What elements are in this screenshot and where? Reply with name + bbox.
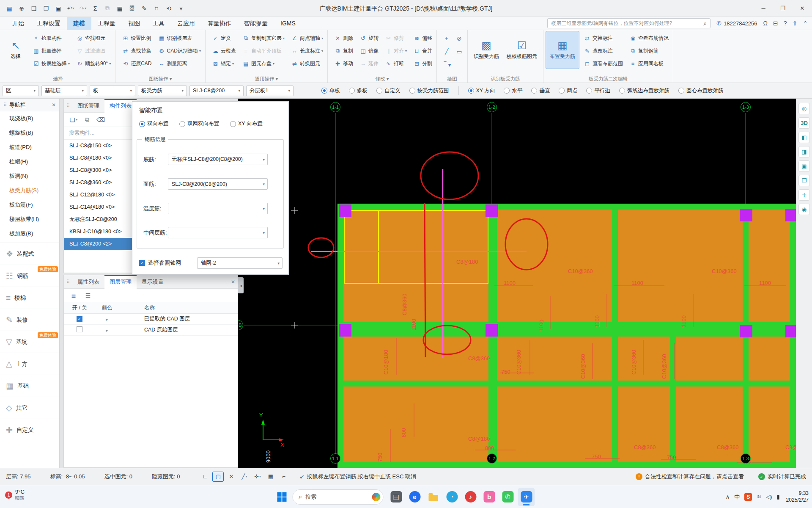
browser-icon[interactable]: ◔ bbox=[444, 488, 461, 506]
legality-warning[interactable]: !合法性检查和计算存在问题，请点击查看 bbox=[636, 473, 744, 480]
app-logo-icon[interactable]: ▦ bbox=[4, 3, 14, 14]
sidebar-item-坡道(PD)[interactable]: 坡道(PD) bbox=[0, 140, 59, 155]
radio-多板[interactable]: 多板 bbox=[349, 87, 368, 94]
grid-snap-tool-icon[interactable]: ▦ bbox=[265, 472, 276, 482]
sync-icon[interactable]: ⟲ bbox=[164, 3, 174, 14]
field-select-底筋:[interactable]: 无标注SLJ-C8@200(C8@200) bbox=[168, 154, 268, 165]
ribbon-item-对齐[interactable]: ∥对齐▾ bbox=[383, 45, 409, 57]
help-search-box[interactable]: 楼层三维显示图元/轴网有错位，位置不对应如何处理? ⌕ bbox=[547, 18, 710, 28]
sidebar-module-装配式[interactable]: ❖装配式 bbox=[0, 243, 59, 265]
visibility-eye-icon[interactable]: ◉ bbox=[798, 204, 810, 215]
radio-按受力筋范围[interactable]: 按受力筋范围 bbox=[409, 87, 449, 94]
search-icon[interactable]: ⌕ bbox=[703, 20, 707, 27]
line-tool-icon[interactable]: ╱▾ bbox=[239, 472, 250, 482]
ribbon-item-查看布筋范围[interactable]: ◻查看布筋范围 bbox=[582, 58, 625, 69]
table-row[interactable]: ▸CAD 原始图层 bbox=[64, 325, 238, 336]
copy-component-button[interactable]: ⧉ bbox=[82, 115, 93, 125]
fit-view-icon[interactable]: ❒ bbox=[798, 175, 810, 186]
close-button[interactable]: ✕ bbox=[793, 0, 812, 17]
ribbon-button-布置受力筋[interactable]: ▦布置受力筋 bbox=[546, 31, 579, 69]
table-row[interactable]: ✓▸已提取的 CAD 图层 bbox=[64, 314, 238, 325]
volume-icon[interactable]: ◁) bbox=[766, 494, 772, 500]
drag-grip-icon[interactable]: ⠿ bbox=[3, 102, 7, 108]
layer-checkbox[interactable] bbox=[77, 326, 82, 332]
axis-grid-select[interactable]: 轴网-2 bbox=[197, 257, 283, 269]
minimize-button[interactable]: ─ bbox=[754, 0, 773, 17]
sidebar-module-钢筋[interactable]: ☷钢筋免费体验 bbox=[0, 265, 59, 287]
expander-icon[interactable]: ▸ bbox=[106, 317, 108, 322]
upgrade-icon[interactable]: ⇧ bbox=[793, 20, 798, 27]
bilibili-icon[interactable]: b bbox=[481, 488, 498, 506]
ribbon-button-校核板筋图元[interactable]: ☑校核板筋图元 bbox=[503, 31, 541, 69]
account-phone[interactable]: ✆ 18227842256 bbox=[716, 20, 757, 27]
ribbon-item-定义[interactable]: ✓定义 bbox=[210, 32, 238, 44]
ribbon-item-偏移[interactable]: ≋偏移 bbox=[411, 32, 434, 44]
front-view-icon[interactable]: ◧ bbox=[798, 132, 810, 143]
menu-tab-算量协作[interactable]: 算量协作 bbox=[201, 17, 238, 30]
ribbon-item-分割[interactable]: ⊟分割 bbox=[411, 58, 434, 69]
menu-tab-工程设置[interactable]: 工程设置 bbox=[30, 17, 67, 30]
ribbon-item-识别楼层表[interactable]: ▦识别楼层表 bbox=[156, 32, 203, 44]
more-tools-icon[interactable]: ▾ bbox=[176, 3, 186, 14]
ribbon-item-删除[interactable]: ✕删除 bbox=[332, 32, 355, 44]
ribbon-item-打断[interactable]: ∿打断 bbox=[383, 58, 409, 69]
radio-垂直[interactable]: 垂直 bbox=[531, 87, 550, 94]
ribbon-item-锁定[interactable]: ⊠锁定▾ bbox=[210, 58, 238, 69]
ribbon-item-复制[interactable]: ⧉复制 bbox=[332, 45, 355, 57]
table-icon[interactable]: ▦ bbox=[115, 3, 125, 14]
redo-icon[interactable]: ↷▾ bbox=[78, 3, 88, 14]
ime-lang-icon[interactable]: 中 bbox=[734, 493, 740, 501]
layer-list-icon[interactable]: ≣ bbox=[68, 290, 79, 301]
ribbon-item-还原CAD[interactable]: ⟲还原CAD bbox=[120, 58, 154, 69]
tab-图层管理[interactable]: 图层管理 bbox=[104, 275, 137, 289]
calc-icon[interactable]: Σ bbox=[90, 3, 100, 14]
sidebar-item-板加腋(B)[interactable]: 板加腋(B) bbox=[0, 226, 59, 241]
radio-自定义[interactable]: 自定义 bbox=[376, 87, 401, 94]
wechat-icon[interactable]: ✆ bbox=[499, 488, 516, 506]
tab-属性列表[interactable]: 属性列表 bbox=[72, 275, 104, 289]
sogou-icon[interactable]: S bbox=[744, 493, 752, 501]
sidebar-module-楼梯[interactable]: ≡楼梯 bbox=[0, 287, 59, 309]
menu-tab-智能提量[interactable]: 智能提量 bbox=[238, 17, 274, 30]
drawing-canvas[interactable]: Y X C8@1801100C8@3601100C10@360110011001… bbox=[238, 99, 796, 468]
cad-drawing[interactable]: Y X bbox=[238, 99, 796, 468]
ribbon-item-应用同名板[interactable]: ≡应用同名板 bbox=[627, 58, 671, 69]
pan-view-icon[interactable]: ✛ bbox=[798, 189, 810, 201]
component-select[interactable]: SLJ-C8@200▾ bbox=[189, 86, 244, 96]
snap-tool-icon[interactable]: ✛▾ bbox=[252, 472, 263, 482]
ribbon-item-长度标注[interactable]: ↔长度标注▾ bbox=[289, 45, 325, 57]
ribbon-item-修剪[interactable]: ✂修剪 bbox=[383, 32, 409, 44]
ribbon-item-顺旋转90°[interactable]: ↻顺旋转90°▾ bbox=[74, 58, 113, 69]
ribbon-item-按属性选择[interactable]: ☑按属性选择▾ bbox=[30, 58, 72, 69]
layer-group-icon[interactable]: ☰ bbox=[82, 290, 93, 301]
field-select-温度筋:[interactable] bbox=[168, 203, 268, 214]
draw-rect-icon[interactable]: ▭ bbox=[453, 45, 465, 58]
dialog-radio-XY 向布置[interactable]: XY 向布置 bbox=[230, 120, 262, 127]
ribbon-item-过滤选图[interactable]: ▽过滤选图 bbox=[74, 45, 113, 57]
desktop-app-icon[interactable]: ▤ bbox=[388, 488, 405, 506]
floor-select[interactable]: 基础层▾ bbox=[41, 86, 87, 96]
ribbon-item-交换标注[interactable]: ⇄交换标注 bbox=[582, 32, 625, 44]
ribbon-item-复制到其它层[interactable]: ⧉复制到其它层▾ bbox=[240, 32, 287, 44]
radio-平行边[interactable]: 平行边 bbox=[586, 87, 610, 94]
ribbon-item-云检查[interactable]: ☁云检查 bbox=[210, 45, 238, 57]
3d-view-icon[interactable]: 3D bbox=[798, 117, 810, 129]
sidebar-item-板洞(N)[interactable]: 板洞(N) bbox=[0, 169, 59, 183]
help-icon[interactable]: ? bbox=[784, 20, 787, 27]
visual-search-icon[interactable] bbox=[372, 493, 381, 501]
headset-icon[interactable]: Ω bbox=[763, 20, 768, 27]
ribbon-item-查找图元[interactable]: ◎查找图元 bbox=[74, 32, 113, 44]
sidebar-item-板负筋(F)[interactable]: 板负筋(F) bbox=[0, 198, 59, 212]
ribbon-item-两点辅轴[interactable]: ∠两点辅轴▾ bbox=[289, 32, 325, 44]
radio-弧线边布置放射筋[interactable]: 弧线边布置放射筋 bbox=[619, 87, 669, 94]
element-type-select[interactable]: 板受力筋▾ bbox=[138, 86, 187, 96]
radio-圆心布置放射筋[interactable]: 圆心布置放射筋 bbox=[678, 87, 724, 94]
menu-tab-云应用[interactable]: 云应用 bbox=[171, 17, 201, 30]
open-file-icon[interactable]: ❐ bbox=[41, 3, 51, 14]
ortho-tool-icon[interactable]: ∟ bbox=[199, 472, 211, 482]
layer-split-select[interactable]: 分层板1▾ bbox=[246, 86, 294, 96]
menu-tab-建模[interactable]: 建模 bbox=[67, 17, 91, 30]
sidebar-module-土方[interactable]: △土方 bbox=[0, 353, 59, 375]
sidebar-module-其它[interactable]: ◇其它 bbox=[0, 397, 59, 419]
network-icon[interactable]: ≋ bbox=[757, 494, 761, 500]
